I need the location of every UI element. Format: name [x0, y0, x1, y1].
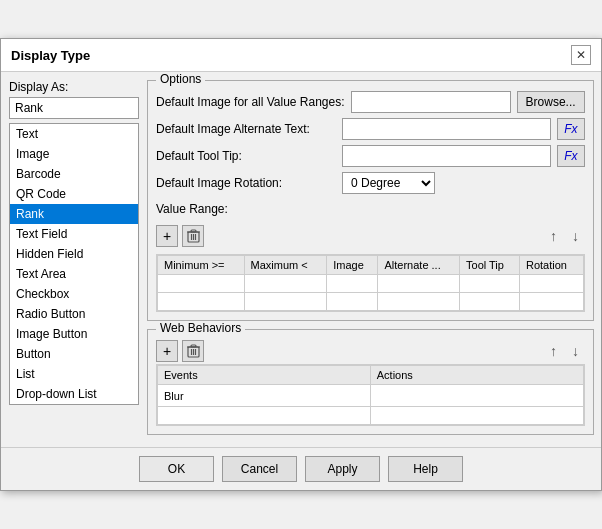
list-item-radiobutton[interactable]: Radio Button: [10, 304, 138, 324]
value-range-table: Minimum >= Maximum < Image Alternate ...…: [157, 255, 584, 311]
default-image-row: Default Image for all Value Ranges: Brow…: [156, 91, 585, 113]
fx-button-1[interactable]: Fx: [557, 118, 584, 140]
list-item-textfield[interactable]: Text Field: [10, 224, 138, 244]
event-cell: Blur: [158, 385, 371, 407]
tool-tip-row: Default Tool Tip: Fx: [156, 145, 585, 167]
list-item-hiddenfield[interactable]: Hidden Field: [10, 244, 138, 264]
rotation-row: Default Image Rotation: 0 Degree 90 Degr…: [156, 172, 585, 194]
browse-button[interactable]: Browse...: [517, 91, 585, 113]
close-button[interactable]: ✕: [571, 45, 591, 65]
value-range-label: Value Range:: [156, 202, 585, 216]
value-range-down-button[interactable]: ↓: [567, 227, 585, 245]
tool-tip-input[interactable]: [342, 145, 551, 167]
list-item-button[interactable]: Button: [10, 344, 138, 364]
list-item-qrcode[interactable]: QR Code: [10, 184, 138, 204]
table-row: Blur: [158, 385, 584, 407]
list-item-rank[interactable]: Rank: [10, 204, 138, 224]
web-behaviors-toolbar: + ↑ ↓: [156, 340, 585, 362]
title-bar: Display Type ✕: [1, 39, 601, 72]
display-type-dialog: Display Type ✕ Display As: Rank Text Ima…: [0, 38, 602, 491]
web-behaviors-table: Events Actions Blur: [157, 365, 584, 425]
list-item-image[interactable]: Image: [10, 144, 138, 164]
value-range-toolbar: + ↑ ↓: [156, 225, 585, 247]
web-behaviors-legend: Web Behaviors: [156, 321, 245, 335]
list-item-checkbox[interactable]: Checkbox: [10, 284, 138, 304]
value-range-table-container: Minimum >= Maximum < Image Alternate ...…: [156, 254, 585, 312]
cancel-button[interactable]: Cancel: [222, 456, 297, 482]
tool-tip-label: Default Tool Tip:: [156, 149, 336, 163]
right-panel: Options Default Image for all Value Rang…: [147, 80, 594, 435]
default-image-input[interactable]: [351, 91, 511, 113]
col-events: Events: [158, 366, 371, 385]
table-row: [158, 407, 584, 425]
list-item-text[interactable]: Text: [10, 124, 138, 144]
list-item-dropdown[interactable]: Drop-down List: [10, 384, 138, 404]
list-item-barcode[interactable]: Barcode: [10, 164, 138, 184]
svg-rect-8: [191, 345, 196, 347]
list-item-textarea[interactable]: Text Area: [10, 264, 138, 284]
dialog-footer: OK Cancel Apply Help: [1, 447, 601, 490]
col-alternate: Alternate ...: [378, 256, 460, 275]
web-behaviors-delete-button[interactable]: [182, 340, 204, 362]
options-group: Options Default Image for all Value Rang…: [147, 80, 594, 321]
options-legend: Options: [156, 72, 205, 86]
display-as-value[interactable]: Rank: [9, 97, 139, 119]
web-behaviors-table-container: Events Actions Blur: [156, 364, 585, 426]
col-maximum: Maximum <: [244, 256, 327, 275]
web-behaviors-down-button[interactable]: ↓: [567, 342, 585, 360]
list-item-imagebutton[interactable]: Image Button: [10, 324, 138, 344]
value-range-up-button[interactable]: ↑: [545, 227, 563, 245]
display-type-list: Text Image Barcode QR Code Rank Text Fie…: [9, 123, 139, 405]
ok-button[interactable]: OK: [139, 456, 214, 482]
alternate-text-label: Default Image Alternate Text:: [156, 122, 336, 136]
col-actions: Actions: [370, 366, 583, 385]
svg-rect-2: [191, 230, 196, 232]
value-range-delete-button[interactable]: [182, 225, 204, 247]
table-row: [158, 275, 584, 293]
apply-button[interactable]: Apply: [305, 456, 380, 482]
help-button[interactable]: Help: [388, 456, 463, 482]
alternate-text-row: Default Image Alternate Text: Fx: [156, 118, 585, 140]
trash-icon: [187, 229, 200, 243]
display-as-label: Display As:: [9, 80, 139, 94]
alternate-text-input[interactable]: [342, 118, 551, 140]
web-behaviors-group: Web Behaviors +: [147, 329, 594, 435]
rotation-label: Default Image Rotation:: [156, 176, 336, 190]
col-image: Image: [327, 256, 378, 275]
rotation-select[interactable]: 0 Degree 90 Degree 180 Degree 270 Degree: [342, 172, 435, 194]
left-panel: Display As: Rank Text Image Barcode QR C…: [9, 80, 139, 435]
trash-icon-2: [187, 344, 200, 358]
web-behaviors-add-button[interactable]: +: [156, 340, 178, 362]
col-tooltip: Tool Tip: [460, 256, 520, 275]
col-minimum: Minimum >=: [158, 256, 245, 275]
action-cell: [370, 385, 583, 407]
default-image-label: Default Image for all Value Ranges:: [156, 95, 345, 109]
col-rotation: Rotation: [519, 256, 583, 275]
dialog-title: Display Type: [11, 48, 90, 63]
fx-button-2[interactable]: Fx: [557, 145, 584, 167]
web-behaviors-up-button[interactable]: ↑: [545, 342, 563, 360]
value-range-add-button[interactable]: +: [156, 225, 178, 247]
table-row: [158, 293, 584, 311]
list-item-list[interactable]: List: [10, 364, 138, 384]
dialog-body: Display As: Rank Text Image Barcode QR C…: [1, 72, 601, 443]
